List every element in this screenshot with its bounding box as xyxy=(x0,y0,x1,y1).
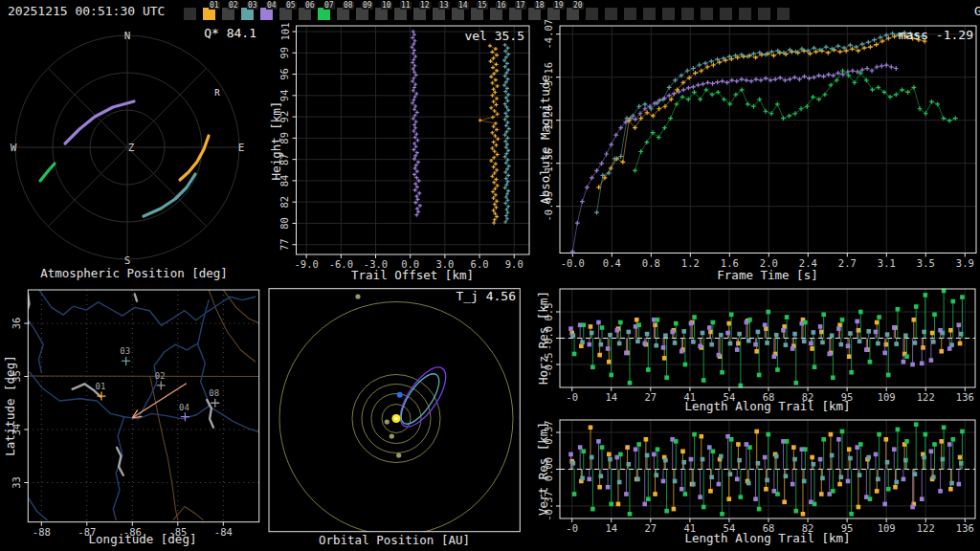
svg-text:W: W xyxy=(11,142,17,154)
tisserand-stat: T_j 4.56 xyxy=(456,289,516,303)
state-border xyxy=(223,290,259,323)
svg-text:99: 99 xyxy=(279,47,291,59)
svg-text:1.6: 1.6 xyxy=(721,257,739,269)
station-chip-label: 02 xyxy=(228,2,239,10)
svg-text:-0: -0 xyxy=(566,522,578,534)
svg-text:109: 109 xyxy=(878,391,896,403)
orbital-drawing xyxy=(279,294,513,535)
station-chip-label: 01 xyxy=(209,2,220,10)
map-grid xyxy=(28,290,258,522)
station-chip-empty xyxy=(758,8,770,20)
station-chip-label: 11 xyxy=(400,2,412,10)
svg-text:-6.0: -6.0 xyxy=(329,258,353,270)
svg-text:9.0: 9.0 xyxy=(505,258,523,270)
svg-text:1.2: 1.2 xyxy=(681,257,700,269)
trail-panel: -9.0-6.0-3.00.03.06.09.07780828487899294… xyxy=(279,23,530,270)
atmospheric-track-03 xyxy=(144,174,195,216)
svg-text:3.1: 3.1 xyxy=(878,257,896,269)
orbital-title: Orbital Position [AU] xyxy=(319,533,470,547)
trail-series-01 xyxy=(479,44,501,225)
station-chip-label: 05 xyxy=(285,2,297,10)
svg-text:N: N xyxy=(124,30,131,42)
station-chip-empty xyxy=(777,8,790,20)
station-chip-label: 15 xyxy=(477,2,488,10)
svg-text:R: R xyxy=(214,88,220,98)
magnitude-ylabel: Absolute Magnitude xyxy=(538,75,552,204)
station-chip-empty xyxy=(739,8,751,20)
sun-marker xyxy=(392,414,401,423)
station-chip-label: 13 xyxy=(438,2,450,10)
svg-text:E: E xyxy=(238,142,245,154)
map-panel: 0102030408-88-87-86-85-8436353433 xyxy=(11,290,259,538)
river xyxy=(198,300,209,407)
station-chip-label: 19 xyxy=(553,2,565,10)
atmospheric-panel: NSEWZR xyxy=(11,30,245,267)
station-chip-label: 07 xyxy=(323,2,335,10)
magnitude-xlabel: Frame Time [s] xyxy=(717,268,817,282)
svg-text:0.8: 0.8 xyxy=(642,257,660,269)
station-chip-label: 10 xyxy=(381,2,392,10)
clock-display: 20251215 00:51:30 UTC xyxy=(8,4,165,18)
velocity-stat: vel 35.5 xyxy=(464,29,524,43)
shoreline xyxy=(207,400,213,428)
vert-panel: -0142741546882951091221360.370.00-0.37 xyxy=(543,420,975,534)
trajectory-arrow xyxy=(132,384,187,418)
map-features xyxy=(13,290,260,519)
orbital-panel xyxy=(269,289,520,536)
trail-ylabel: Height [km] xyxy=(269,101,283,181)
svg-text:109: 109 xyxy=(878,522,896,534)
vert-ylabel: Vert Res [km] xyxy=(536,422,550,516)
river xyxy=(13,487,47,520)
station-chip-label: 04 xyxy=(266,2,278,10)
atmospheric-title: Atmospheric Position [deg] xyxy=(40,266,228,280)
station-chip-empty xyxy=(184,8,196,20)
svg-text:101: 101 xyxy=(279,23,291,41)
station-chip-label: 18 xyxy=(534,2,546,10)
svg-text:3.5: 3.5 xyxy=(917,257,935,269)
station-chip-empty xyxy=(681,8,694,20)
station-chip-empty xyxy=(586,8,598,20)
mass-stat: mass -1.29 xyxy=(899,28,973,42)
planet-marker xyxy=(385,419,390,424)
svg-text:02: 02 xyxy=(155,371,166,381)
svg-text:136: 136 xyxy=(956,522,974,534)
map-ylabel: Latitude [deg] xyxy=(3,355,17,455)
svg-text:08: 08 xyxy=(209,388,219,398)
station-chip-label: 12 xyxy=(419,2,431,10)
magnitude-panel: -0.00.40.81.21.62.02.42.73.13.53.9-4.07-… xyxy=(543,19,976,269)
state-border xyxy=(14,376,260,377)
svg-text:80: 80 xyxy=(279,217,291,230)
station-chip-empty xyxy=(720,8,732,20)
q-stat: Q* 84.1 xyxy=(204,26,256,40)
svg-text:-0: -0 xyxy=(566,391,578,403)
magnitude-x-ticks: -0.00.40.81.21.62.02.42.73.13.53.9 xyxy=(561,253,974,269)
magnitude-series-01 xyxy=(596,33,926,189)
station-chip-label: 17 xyxy=(515,2,526,10)
svg-text:3.9: 3.9 xyxy=(956,257,974,269)
station-chip-label: 08 xyxy=(343,2,354,10)
river xyxy=(13,369,260,432)
svg-text:27: 27 xyxy=(644,391,657,403)
station-chip-empty xyxy=(662,8,675,20)
station-chip-label: 03 xyxy=(247,2,258,10)
station-chip-empty xyxy=(701,8,713,20)
svg-text:33: 33 xyxy=(11,476,22,489)
svg-text:04: 04 xyxy=(179,403,189,412)
station-chip-label: 06 xyxy=(304,2,316,10)
station-chip-label: 20 xyxy=(572,2,584,10)
station-chip-label: 16 xyxy=(496,2,507,10)
svg-text:01: 01 xyxy=(96,382,106,391)
map-station-02: 02 xyxy=(155,371,166,390)
svg-text:-88: -88 xyxy=(33,526,51,538)
svg-text:96: 96 xyxy=(279,68,291,80)
horz-ylabel: Horz Res [km] xyxy=(536,291,550,385)
svg-text:0.4: 0.4 xyxy=(603,257,621,269)
planet-marker xyxy=(390,433,394,438)
svg-text:Z: Z xyxy=(128,142,135,154)
planet-marker xyxy=(396,452,401,457)
svg-text:122: 122 xyxy=(917,522,935,534)
svg-text:14: 14 xyxy=(605,522,617,534)
svg-text:2.7: 2.7 xyxy=(838,257,857,269)
svg-text:-84: -84 xyxy=(214,526,233,538)
svg-text:36: 36 xyxy=(11,318,22,330)
